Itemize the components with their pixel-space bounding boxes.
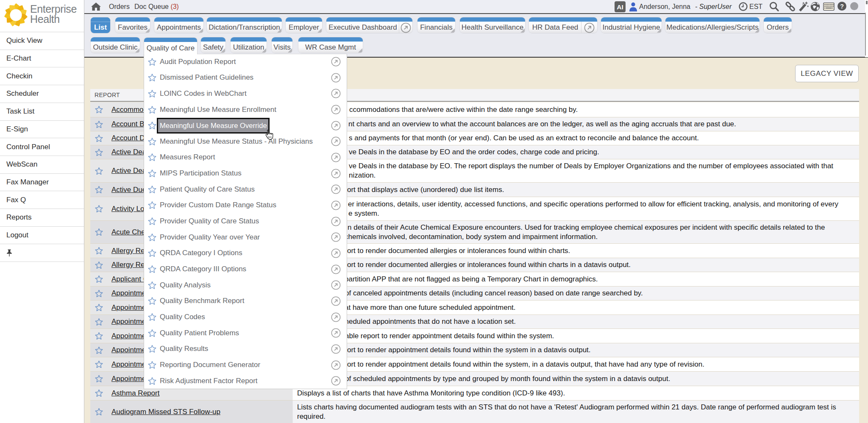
svg-text:?: ? (840, 3, 844, 10)
svg-text:AI: AI (617, 3, 623, 11)
